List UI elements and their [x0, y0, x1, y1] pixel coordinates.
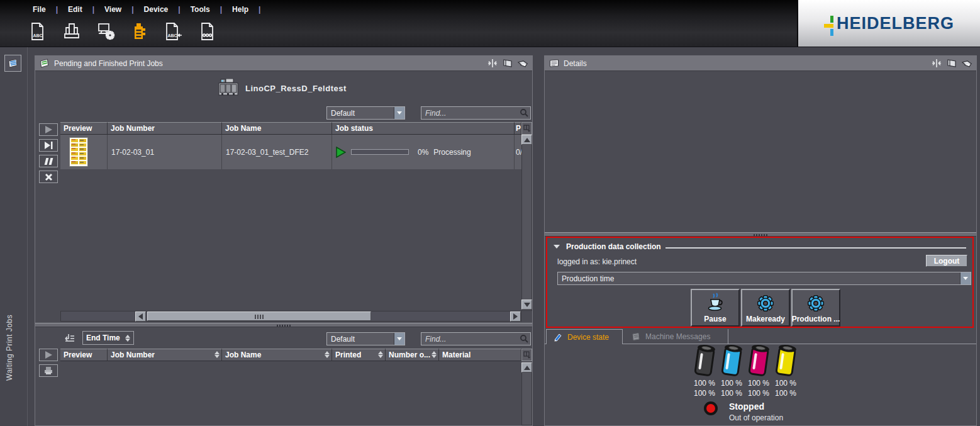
- column-header-job-number[interactable]: Job Number: [108, 349, 222, 361]
- new-job-document-icon[interactable]: ABC: [28, 21, 48, 42]
- cancel-job-button[interactable]: [39, 171, 58, 183]
- job-row[interactable]: 17-02-03_01 17-02-03_01_test_DFE2 0% Pro…: [60, 135, 521, 169]
- menu-help[interactable]: Help: [225, 4, 256, 15]
- detach-panel-icon[interactable]: [517, 59, 528, 68]
- production-operation-button[interactable]: Production ...: [791, 289, 840, 327]
- search-icon[interactable]: [520, 108, 529, 118]
- tab-device-state[interactable]: Device state: [546, 329, 623, 344]
- collapse-panel-icon[interactable]: [931, 59, 942, 68]
- proof-print-button[interactable]: [39, 364, 58, 377]
- machine-status-stopped-icon: [704, 401, 718, 415]
- column-header-number-of[interactable]: Number o...: [386, 349, 439, 361]
- sort-arrows-icon[interactable]: [125, 335, 130, 342]
- operation-type-dropdown[interactable]: Production time: [557, 272, 971, 285]
- pause-icon: [44, 158, 48, 165]
- menu-view[interactable]: View: [97, 4, 129, 15]
- dropdown-arrow-button[interactable]: [394, 107, 404, 119]
- column-header-material[interactable]: Material: [439, 349, 521, 361]
- device-row: LinoCP_RessD_Feldtest: [35, 75, 532, 103]
- column-settings-button[interactable]: [521, 122, 532, 135]
- dropdown-arrow-button[interactable]: [394, 333, 404, 345]
- menu-edit[interactable]: Edit: [60, 4, 90, 15]
- column-header-preview[interactable]: Preview: [60, 122, 108, 135]
- search-icon[interactable]: [520, 334, 529, 344]
- workstation-settings-icon[interactable]: [96, 21, 116, 42]
- menu-file[interactable]: File: [25, 4, 53, 15]
- detach-panel-icon[interactable]: [961, 59, 972, 68]
- scroll-left-button[interactable]: [135, 311, 146, 322]
- job-preview-thumbnail[interactable]: [69, 137, 88, 167]
- scroll-right-button[interactable]: [510, 311, 521, 322]
- logged-in-as-text: logged in as: kie.prinect: [557, 257, 637, 266]
- jobs-splitter[interactable]: [35, 323, 532, 327]
- print-to-end-button[interactable]: [39, 139, 58, 152]
- jobs-panel-title: Pending and Finished Print Jobs: [54, 59, 163, 68]
- column-header-preview[interactable]: Preview: [60, 349, 108, 361]
- column-header-job-name[interactable]: Job Name: [222, 122, 332, 135]
- tab-machine-messages[interactable]: Machine Messages: [625, 329, 728, 344]
- scroll-up-button[interactable]: [521, 135, 532, 145]
- sort-arrows-icon[interactable]: [325, 351, 330, 358]
- menu-separator: |: [175, 5, 182, 14]
- import-job-document-icon[interactable]: ABC: [164, 21, 184, 42]
- left-dock-rail: Waiting Print Jobs: [0, 47, 28, 426]
- job-status-text: Processing: [433, 148, 471, 157]
- column-header-job-name[interactable]: Job Name: [222, 349, 332, 361]
- maximize-panel-icon[interactable]: [946, 59, 957, 68]
- finished-view-preset-dropdown[interactable]: Default: [326, 332, 405, 345]
- pause-job-button[interactable]: [39, 155, 58, 167]
- sort-field-selector[interactable]: End Time: [82, 331, 134, 345]
- makeready-operation-button[interactable]: Makeready: [741, 289, 790, 327]
- gear-icon: [754, 293, 777, 314]
- pause-operation-button[interactable]: Pause: [691, 289, 740, 327]
- ink-level-yellow-1: 100 %: [772, 379, 799, 388]
- toolbar: ABC: [28, 19, 218, 44]
- column-settings-button[interactable]: [521, 349, 532, 361]
- menu-tools[interactable]: Tools: [183, 4, 218, 15]
- column-header-job-number[interactable]: Job Number: [108, 122, 222, 135]
- details-panel-header: Details: [545, 56, 976, 71]
- ink-cartridge-magenta: [748, 347, 769, 376]
- column-header-job-status[interactable]: Job status: [332, 122, 515, 135]
- logout-button[interactable]: Logout: [926, 255, 967, 267]
- sort-direction-icon[interactable]: [64, 334, 75, 342]
- machine-messages-icon: [631, 332, 641, 342]
- menu-separator: |: [90, 5, 97, 14]
- sort-arrows-icon[interactable]: [378, 351, 383, 358]
- scrollbar-thumb[interactable]: [147, 311, 371, 321]
- column-header-printed[interactable]: Pr: [515, 122, 521, 135]
- finished-find-input[interactable]: [421, 332, 531, 345]
- device-machine-icon-active[interactable]: [130, 21, 150, 42]
- play-to-end-icon: [44, 141, 53, 150]
- scroll-up-button[interactable]: [521, 362, 532, 373]
- print-queue-icon[interactable]: [62, 21, 82, 42]
- waiting-print-jobs-tab-label[interactable]: Waiting Print Jobs: [5, 230, 20, 381]
- collapse-panel-icon[interactable]: [487, 59, 498, 68]
- sort-arrows-icon[interactable]: [432, 351, 437, 358]
- pending-find-input[interactable]: [421, 106, 531, 120]
- collapse-triangle-icon[interactable]: [554, 245, 560, 249]
- column-header-printed[interactable]: Printed: [332, 349, 386, 361]
- sort-arrows-icon[interactable]: [214, 351, 220, 358]
- reprint-job-button[interactable]: [39, 349, 58, 361]
- section-header[interactable]: Production data collection: [554, 242, 661, 251]
- gear-icon: [805, 293, 827, 314]
- close-icon: [45, 173, 53, 181]
- splitter-grip: [277, 325, 291, 327]
- start-job-button[interactable]: [39, 123, 58, 136]
- waiting-print-jobs-button[interactable]: [4, 55, 21, 72]
- details-splitter[interactable]: [545, 232, 976, 237]
- menu-separator: |: [256, 5, 263, 14]
- pending-view-preset-dropdown[interactable]: Default: [326, 106, 405, 120]
- maximize-panel-icon[interactable]: [502, 59, 513, 68]
- details-panel-title: Details: [564, 59, 587, 68]
- job-printed-cell: 0/: [515, 135, 521, 169]
- linked-jobs-document-icon[interactable]: [198, 21, 218, 42]
- ink-cartridge-yellow: [775, 347, 796, 376]
- triangle-up-icon: [524, 138, 530, 142]
- pending-horizontal-scrollbar[interactable]: [60, 311, 521, 322]
- pending-vertical-scrollbar[interactable]: [521, 135, 532, 311]
- dropdown-arrow-button[interactable]: [960, 272, 971, 284]
- menu-device[interactable]: Device: [136, 4, 176, 15]
- scroll-down-button[interactable]: [521, 300, 532, 310]
